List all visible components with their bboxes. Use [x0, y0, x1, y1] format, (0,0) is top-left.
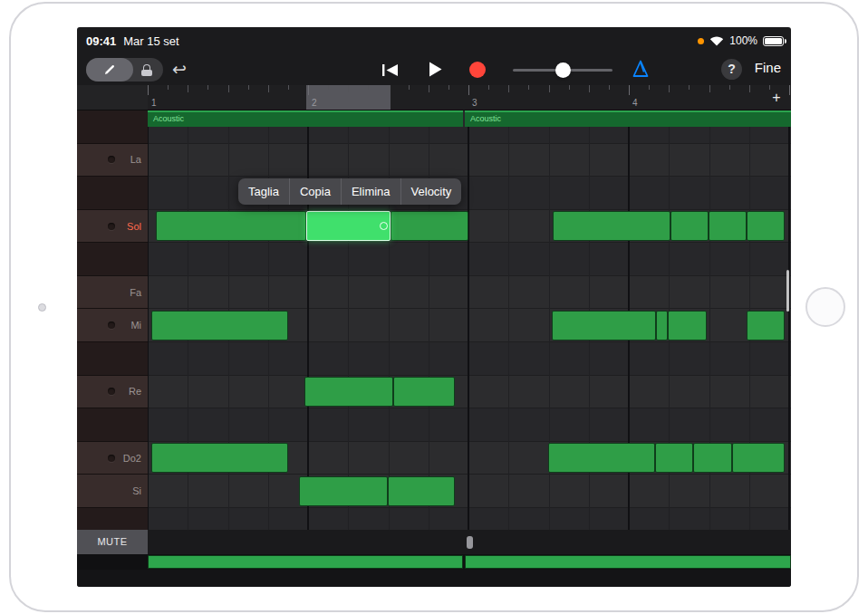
rewind-button[interactable]: [381, 63, 400, 77]
grid-row: [148, 276, 791, 310]
midi-note[interactable]: [388, 476, 455, 506]
midi-note[interactable]: [304, 377, 393, 407]
measure-label: 2: [312, 98, 317, 108]
ruler-tick: [689, 85, 690, 90]
front-camera: [38, 303, 46, 312]
key-label: Sol: [127, 221, 141, 232]
undo-button[interactable]: ↩: [168, 58, 191, 82]
context-menu: TagliaCopiaEliminaVelocity: [238, 178, 461, 205]
pencil-icon: [103, 63, 116, 76]
midi-note-selected[interactable]: [306, 211, 391, 241]
piano-key[interactable]: [77, 177, 148, 210]
volume-slider[interactable]: [513, 58, 612, 82]
measure-label: 4: [632, 98, 638, 108]
ruler-tick: [328, 85, 329, 90]
piano-key-do2[interactable]: Do2: [77, 442, 148, 475]
orange-status-dot: [698, 38, 704, 44]
piano-key[interactable]: [77, 408, 148, 442]
midi-note[interactable]: [156, 211, 306, 241]
midi-note[interactable]: [747, 311, 785, 341]
piano-key-sol[interactable]: Sol: [77, 210, 148, 244]
help-button[interactable]: ?: [721, 59, 742, 80]
status-right: 100%: [698, 34, 784, 47]
piano-key-la[interactable]: La: [77, 144, 148, 177]
piano-key[interactable]: [77, 508, 148, 530]
screen-bottom-area: [77, 570, 791, 587]
midi-note[interactable]: [693, 443, 732, 473]
context-menu-item-copia[interactable]: Copia: [289, 178, 341, 205]
key-label: Do2: [123, 453, 141, 464]
midi-note[interactable]: [552, 311, 656, 341]
wifi-icon: [709, 35, 724, 46]
ruler-tick: [629, 85, 630, 95]
home-button[interactable]: [805, 287, 845, 327]
midi-note[interactable]: [732, 443, 785, 473]
ipad-device: 09:41Mar 15 set 100%: [9, 2, 859, 612]
done-button[interactable]: Fine: [755, 60, 781, 75]
piano-key-mi[interactable]: Mi: [77, 309, 148, 342]
region-header[interactable]: Acoustic: [465, 110, 791, 127]
overview-region[interactable]: [465, 555, 791, 569]
piano-key-re[interactable]: Re: [77, 376, 148, 409]
context-menu-item-velocity[interactable]: Velocity: [400, 178, 462, 205]
grid-row: [148, 376, 791, 409]
piano-key[interactable]: [77, 342, 148, 376]
screen: 09:41Mar 15 set 100%: [77, 27, 791, 587]
overview-region[interactable]: [148, 555, 463, 569]
midi-note[interactable]: [151, 443, 288, 473]
piano-key[interactable]: [77, 110, 148, 144]
grid-line: [788, 110, 790, 530]
vertical-scrollbar[interactable]: [786, 270, 789, 312]
midi-note[interactable]: [393, 377, 455, 407]
midi-note[interactable]: [391, 211, 468, 241]
grid-line: [468, 110, 469, 530]
ruler-tick: [168, 85, 169, 90]
midi-note[interactable]: [299, 476, 388, 506]
key-dot: [108, 388, 115, 395]
record-button[interactable]: [469, 62, 486, 78]
piano-keyboard: LaSolFaMiReDo2Si: [77, 110, 148, 530]
grid-line: [148, 110, 149, 530]
edit-tools-pill[interactable]: [86, 58, 163, 82]
ruler-tick: [389, 85, 390, 92]
key-label: La: [130, 154, 141, 165]
ruler-tick: [228, 85, 229, 92]
slider-knob[interactable]: [555, 62, 571, 78]
ruler-tick: [409, 85, 410, 90]
region-header[interactable]: Acoustic: [148, 110, 463, 127]
mute-button[interactable]: MUTE: [77, 530, 148, 554]
piano-key-si[interactable]: Si: [77, 475, 148, 508]
status-date: Mar 15 set: [123, 34, 178, 48]
piano-key-fa[interactable]: Fa: [77, 276, 148, 310]
note-grid[interactable]: AcousticAcoustic: [148, 110, 791, 530]
lock-icon[interactable]: [141, 64, 152, 76]
piano-key[interactable]: [77, 243, 148, 276]
metronome-icon: [632, 60, 650, 78]
context-menu-item-elimina[interactable]: Elimina: [341, 178, 400, 205]
midi-note[interactable]: [709, 211, 747, 241]
midi-note[interactable]: [668, 311, 707, 341]
midi-note[interactable]: [655, 443, 693, 473]
play-icon: [429, 62, 442, 77]
pencil-tool-button[interactable]: [86, 58, 133, 82]
ruler-tick: [488, 85, 489, 90]
midi-note[interactable]: [553, 211, 670, 241]
timeline-ruler[interactable]: + 1234: [148, 85, 791, 110]
midi-note[interactable]: [548, 443, 655, 473]
midi-note[interactable]: [747, 211, 785, 241]
midi-note[interactable]: [656, 311, 668, 341]
add-measure-button[interactable]: +: [769, 90, 784, 106]
ruler-tick: [729, 85, 730, 90]
key-label: Re: [129, 386, 141, 397]
midi-note[interactable]: [151, 311, 288, 341]
metronome-button[interactable]: [632, 60, 650, 78]
midi-note[interactable]: [670, 211, 709, 241]
note-resize-handle[interactable]: [380, 222, 388, 230]
context-menu-item-taglia[interactable]: Taglia: [238, 178, 289, 205]
play-button[interactable]: [429, 62, 442, 77]
ruler-tick: [448, 85, 449, 90]
ruler-tick: [749, 85, 750, 92]
track-overview: [77, 554, 791, 570]
split-drag-handle[interactable]: [467, 536, 473, 549]
ruler-tick: [769, 85, 770, 90]
